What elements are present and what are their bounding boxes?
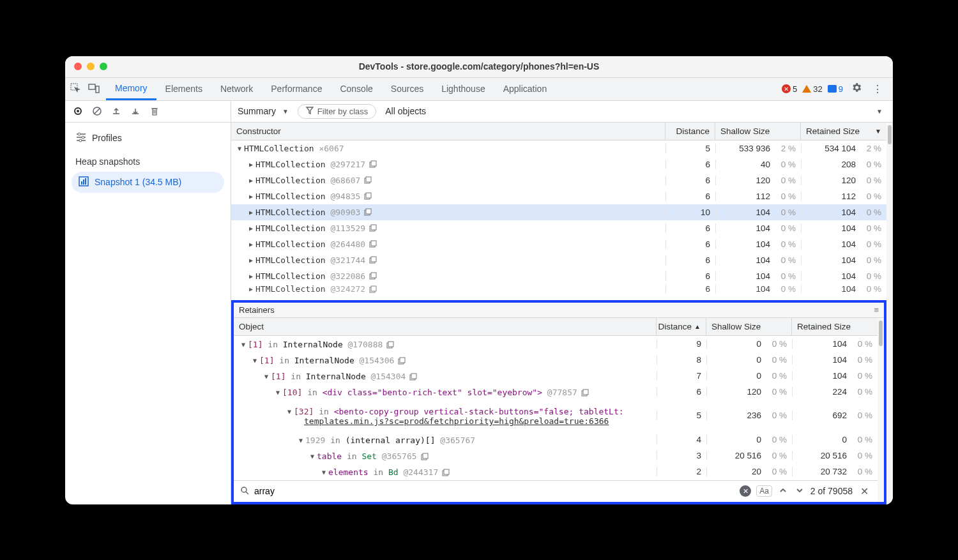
- record-icon[interactable]: [73, 106, 83, 116]
- scrollbar[interactable]: [886, 123, 893, 504]
- svg-rect-44: [411, 374, 416, 379]
- settings-icon[interactable]: [848, 82, 865, 96]
- minimize-window-button[interactable]: [87, 63, 95, 70]
- message-count[interactable]: 9: [828, 84, 843, 94]
- popout-icon[interactable]: [409, 373, 417, 381]
- table-row[interactable]: ▶HTMLCollection @6860761200 %1200 %: [231, 172, 886, 188]
- heap-snapshots-label: Heap snapshots: [75, 156, 224, 167]
- sliders-icon: [75, 132, 87, 145]
- all-objects-select[interactable]: All objects: [385, 106, 426, 116]
- close-window-button[interactable]: [74, 63, 82, 70]
- match-case-toggle[interactable]: Aa: [756, 485, 772, 497]
- devtools-window: DevTools - store.google.com/category/pho…: [65, 56, 893, 504]
- retainer-row[interactable]: ▼[10] in <div class="bento-rich-text" sl…: [234, 384, 878, 400]
- svg-rect-36: [371, 273, 376, 278]
- col-retained-size[interactable]: Retained Size▼: [801, 123, 886, 140]
- svg-line-52: [246, 492, 248, 494]
- table-row[interactable]: ▶HTMLCollection @32427261040 %1040 %: [231, 284, 886, 294]
- popout-icon[interactable]: [369, 256, 377, 264]
- svg-rect-1: [89, 84, 95, 89]
- table-row[interactable]: ▶HTMLCollection @11352961040 %1040 %: [231, 220, 886, 236]
- table-row-group[interactable]: ▼HTMLCollection ×6067 5 533 9362 % 534 1…: [231, 140, 886, 156]
- popout-icon[interactable]: [442, 469, 450, 476]
- maximize-window-button[interactable]: [100, 63, 107, 70]
- col-shallow-size[interactable]: Shallow Size: [715, 123, 801, 140]
- tab-application[interactable]: Application: [494, 78, 556, 100]
- tab-sources[interactable]: Sources: [382, 78, 432, 100]
- load-icon[interactable]: [111, 106, 121, 116]
- retainers-title: Retainers: [239, 305, 874, 315]
- col-shallow-size[interactable]: Shallow Size: [706, 318, 792, 335]
- popout-icon[interactable]: [369, 224, 377, 232]
- col-object[interactable]: Object: [234, 318, 657, 335]
- profiles-header[interactable]: Profiles: [72, 129, 224, 148]
- content: Summary ▼ Filter by class All objects ▼ …: [231, 101, 893, 504]
- gc-icon[interactable]: [149, 106, 160, 116]
- popout-icon[interactable]: [421, 453, 429, 460]
- scrollbar[interactable]: [878, 318, 884, 502]
- table-row[interactable]: ▶HTMLCollection @9483561120 %1120 %: [231, 188, 886, 204]
- tab-elements[interactable]: Elements: [156, 78, 211, 100]
- error-count[interactable]: ✕ 5: [782, 84, 797, 94]
- clear-search-icon[interactable]: ✕: [740, 485, 751, 497]
- retainer-row[interactable]: ▼elements in Bd @2443172200 %20 7320 %: [234, 464, 878, 480]
- retainer-row[interactable]: ▼[1] in InternalNode @170888900 %1040 %: [234, 336, 878, 352]
- close-search-icon[interactable]: ✕: [858, 485, 871, 497]
- col-retained-size[interactable]: Retained Size: [792, 318, 878, 335]
- chevron-down-icon[interactable]: ▼: [876, 108, 883, 115]
- snapshot-item[interactable]: Snapshot 1 (34.5 MB): [72, 172, 224, 193]
- svg-rect-19: [83, 179, 84, 185]
- tab-memory[interactable]: Memory: [106, 78, 156, 100]
- table-row[interactable]: ▶HTMLCollection @32174461040 %1040 %: [231, 252, 886, 268]
- popout-icon[interactable]: [581, 389, 589, 397]
- clear-icon[interactable]: [92, 106, 102, 116]
- retainer-row[interactable]: ▼[1] in InternalNode @154304700 %1040 %: [234, 368, 878, 384]
- tab-lighthouse[interactable]: Lighthouse: [432, 78, 494, 100]
- prev-result-icon[interactable]: [777, 487, 789, 496]
- view-select[interactable]: Summary ▼: [238, 106, 289, 116]
- search-count: 2 of 79058: [810, 486, 853, 496]
- col-distance[interactable]: Distance▲: [657, 318, 706, 335]
- search-icon: [240, 486, 249, 497]
- popout-icon[interactable]: [364, 208, 372, 216]
- retainer-row[interactable]: ▼table in Set @365765320 5160 %20 5160 %: [234, 448, 878, 464]
- warning-count[interactable]: 32: [802, 84, 822, 94]
- table-row[interactable]: ▶HTMLCollection @2972176400 %2080 %: [231, 156, 886, 172]
- svg-rect-24: [366, 177, 371, 182]
- svg-rect-20: [85, 178, 86, 185]
- svg-point-14: [82, 136, 84, 139]
- popout-icon[interactable]: [369, 240, 377, 248]
- search-input[interactable]: [254, 486, 734, 496]
- window-title: DevTools - store.google.com/category/pho…: [65, 61, 893, 72]
- hamburger-icon[interactable]: ≡: [874, 305, 879, 315]
- search-bar: ✕ Aa 2 of 79058 ✕: [234, 480, 878, 502]
- svg-rect-7: [153, 109, 156, 115]
- inspect-icon[interactable]: [70, 83, 82, 95]
- next-result-icon[interactable]: [794, 487, 805, 496]
- popout-icon[interactable]: [369, 272, 377, 280]
- tab-performance[interactable]: Performance: [262, 78, 331, 100]
- popout-icon[interactable]: [369, 285, 377, 293]
- more-icon[interactable]: ⋮: [870, 83, 885, 95]
- svg-rect-50: [444, 469, 449, 474]
- tab-console[interactable]: Console: [331, 78, 381, 100]
- popout-icon[interactable]: [369, 160, 377, 168]
- retainer-row[interactable]: ▼[1] in InternalNode @154306800 %1040 %: [234, 352, 878, 368]
- popout-icon[interactable]: [364, 192, 372, 200]
- table-row[interactable]: ▶HTMLCollection @90903101040 %1040 %: [231, 204, 886, 220]
- col-constructor[interactable]: Constructor: [231, 123, 665, 140]
- popout-icon[interactable]: [364, 176, 372, 184]
- table-row[interactable]: ▶HTMLCollection @32208661040 %1040 %: [231, 268, 886, 284]
- sort-desc-icon: ▼: [875, 128, 881, 135]
- retainer-row[interactable]: ▼[32] in <bento-copy-group vertical-stac…: [234, 400, 878, 432]
- col-distance[interactable]: Distance: [665, 123, 715, 140]
- device-toolbar-icon[interactable]: [88, 83, 100, 95]
- tab-network[interactable]: Network: [211, 78, 262, 100]
- svg-rect-26: [366, 193, 371, 198]
- class-filter[interactable]: Filter by class: [298, 104, 376, 119]
- popout-icon[interactable]: [386, 341, 394, 349]
- retainer-row[interactable]: ▼1929 in (internal array)[] @365767400 %…: [234, 432, 878, 448]
- popout-icon[interactable]: [398, 357, 406, 365]
- table-row[interactable]: ▶HTMLCollection @26448061040 %1040 %: [231, 236, 886, 252]
- save-icon[interactable]: [130, 106, 141, 116]
